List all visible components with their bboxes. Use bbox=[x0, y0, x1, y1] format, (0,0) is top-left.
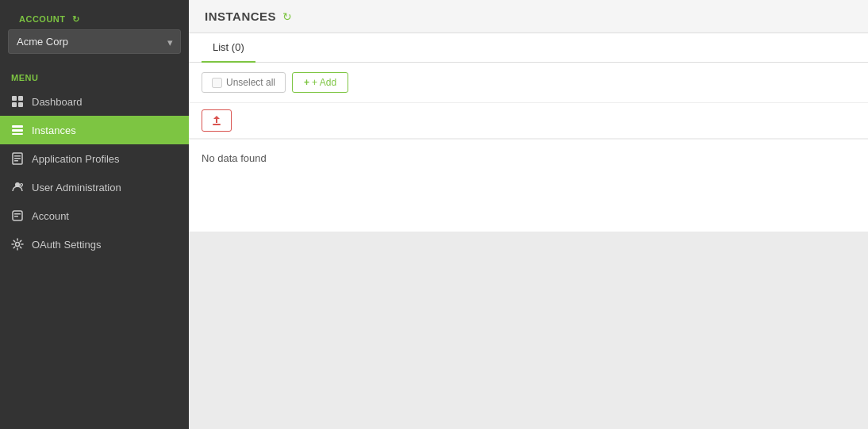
add-plus-icon: + bbox=[304, 77, 309, 88]
sidebar-item-account-label: Account bbox=[32, 210, 69, 222]
upload-icon bbox=[210, 114, 223, 127]
account-section-label: ACCOUNT ↻ bbox=[8, 6, 181, 29]
action-row bbox=[189, 103, 868, 139]
unselect-all-button[interactable]: Unselect all bbox=[202, 72, 286, 93]
sidebar-item-instances[interactable]: Instances bbox=[0, 116, 189, 144]
svg-rect-8 bbox=[14, 155, 21, 157]
delete-button[interactable] bbox=[202, 109, 232, 132]
page-title: INSTANCES bbox=[205, 10, 276, 23]
sidebar-item-user-administration[interactable]: User Administration bbox=[0, 173, 189, 201]
add-label: + Add bbox=[312, 77, 336, 88]
sidebar-item-instances-label: Instances bbox=[32, 124, 76, 136]
account-icon bbox=[11, 209, 24, 222]
svg-rect-16 bbox=[14, 216, 18, 217]
application-profiles-icon bbox=[11, 152, 24, 165]
tab-list[interactable]: List (0) bbox=[202, 33, 255, 63]
account-refresh-icon[interactable]: ↻ bbox=[72, 14, 80, 25]
svg-rect-18 bbox=[213, 124, 221, 125]
dashboard-icon bbox=[11, 95, 24, 108]
menu-label: MENU bbox=[0, 65, 189, 87]
bottom-area bbox=[189, 232, 868, 430]
sidebar-item-oauth-settings[interactable]: OAuth Settings bbox=[0, 230, 189, 259]
tabs-bar: List (0) bbox=[189, 33, 868, 63]
svg-rect-6 bbox=[12, 133, 23, 135]
sidebar-item-application-profiles[interactable]: Application Profiles bbox=[0, 144, 189, 173]
svg-rect-2 bbox=[12, 102, 17, 107]
instances-refresh-icon[interactable]: ↻ bbox=[282, 10, 292, 23]
user-administration-icon bbox=[11, 181, 24, 193]
no-data-text: No data found bbox=[202, 152, 267, 164]
page-header: INSTANCES ↻ bbox=[189, 0, 868, 33]
account-section: ACCOUNT ↻ Acme Corp bbox=[0, 0, 189, 62]
svg-rect-9 bbox=[14, 158, 21, 159]
account-select[interactable]: Acme Corp bbox=[8, 29, 181, 54]
oauth-settings-icon bbox=[11, 238, 24, 251]
sidebar-item-dashboard[interactable]: Dashboard bbox=[0, 87, 189, 116]
add-button[interactable]: + + Add bbox=[292, 72, 348, 93]
unselect-label: Unselect all bbox=[226, 77, 275, 88]
svg-rect-4 bbox=[12, 125, 23, 128]
svg-rect-5 bbox=[12, 129, 23, 132]
sidebar-item-oauth-settings-label: OAuth Settings bbox=[32, 239, 101, 251]
account-label-text: ACCOUNT bbox=[19, 14, 66, 24]
svg-rect-10 bbox=[14, 160, 18, 162]
sidebar-item-account[interactable]: Account bbox=[0, 201, 189, 230]
instances-icon bbox=[11, 124, 24, 136]
svg-rect-0 bbox=[12, 96, 17, 101]
svg-rect-3 bbox=[18, 102, 23, 107]
svg-rect-1 bbox=[18, 96, 23, 101]
sidebar-item-user-administration-label: User Administration bbox=[32, 182, 121, 193]
sidebar-item-application-profiles-label: Application Profiles bbox=[32, 153, 120, 165]
main-content: INSTANCES ↻ List (0) Unselect all + + Ad… bbox=[189, 0, 868, 429]
account-dropdown-wrapper: Acme Corp bbox=[8, 29, 181, 54]
toolbar: Unselect all + + Add bbox=[189, 63, 868, 103]
unselect-checkbox[interactable] bbox=[212, 78, 222, 88]
svg-point-17 bbox=[16, 243, 20, 247]
menu-section: MENU Dashboard Instances bbox=[0, 62, 189, 262]
sidebar: ACCOUNT ↻ Acme Corp MENU Dashboard bbox=[0, 0, 189, 429]
svg-point-12 bbox=[21, 184, 23, 186]
svg-rect-15 bbox=[14, 213, 21, 215]
no-data-message: No data found bbox=[189, 140, 868, 177]
sidebar-item-dashboard-label: Dashboard bbox=[32, 96, 83, 108]
content-area: List (0) Unselect all + + Add No data fo bbox=[189, 33, 868, 232]
